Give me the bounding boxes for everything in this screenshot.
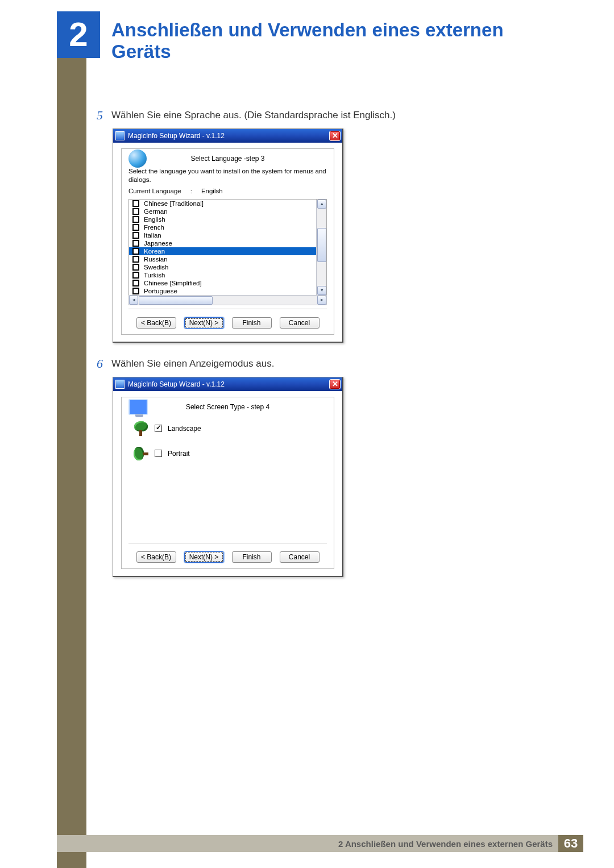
page-number: 63 [558,835,583,852]
vertical-scrollbar[interactable]: ▴ ▾ [316,200,326,295]
step-description: Select the language you want to install … [128,167,327,184]
step-5: 5 Wählen Sie eine Sprache aus. (Die Stan… [97,108,506,123]
screen-type-options: Landscape Portrait [128,421,327,539]
language-checkbox[interactable] [132,288,139,294]
landscape-checkbox[interactable] [155,425,162,432]
tree-landscape-icon [133,421,149,436]
scroll-thumb-h[interactable] [139,296,213,305]
language-checkbox[interactable] [132,272,139,279]
scroll-up-button[interactable]: ▴ [317,200,326,209]
close-button[interactable]: ✕ [329,131,341,141]
wizard-dialog-step3: MagicInfo Setup Wizard - v.1.12 ✕ Select… [113,128,343,343]
language-checkbox[interactable] [132,256,139,263]
language-checkbox[interactable] [132,224,139,231]
button-row: < Back(B) Next(N) > Finish Cancel [128,317,327,329]
app-icon [115,131,125,140]
wizard-title: MagicInfo Setup Wizard - v.1.12 [128,132,225,140]
language-label: Korean [144,248,165,255]
chapter-title: Anschließen und Verwenden eines externen… [111,19,544,63]
language-label: English [144,216,165,223]
language-label: German [144,208,168,215]
chapter-number-badge: 2 [57,11,100,58]
language-checkbox[interactable] [132,280,139,286]
horizontal-scrollbar[interactable]: ◂ ▸ [128,295,327,305]
wizard-title: MagicInfo Setup Wizard - v.1.12 [128,380,225,388]
language-checkbox[interactable] [132,240,139,247]
scroll-down-button[interactable]: ▾ [317,286,326,295]
language-checkbox[interactable] [132,200,139,207]
step-text: Wählen Sie eine Sprache aus. (Die Standa… [111,108,396,123]
step-header: Select Screen Type - step 4 [128,403,327,411]
back-button[interactable]: < Back(B) [136,551,176,563]
scroll-left-button[interactable]: ◂ [129,296,138,305]
language-label: Swedish [144,264,168,271]
language-checkbox[interactable] [132,216,139,223]
current-language-line: Current Language : Engilsh [128,188,327,194]
wizard-dialog-step4: MagicInfo Setup Wizard - v.1.12 ✕ Select… [113,377,343,577]
language-item[interactable]: Russian [129,255,316,263]
globe-icon [128,149,147,168]
language-item[interactable]: English [129,215,316,223]
app-icon [115,380,125,389]
scroll-right-button[interactable]: ▸ [317,296,326,305]
step-6: 6 Wählen Sie einen Anzeigemodus aus. [97,356,506,371]
language-listbox[interactable]: Chinese [Traditional]GermanEnglishFrench… [128,199,327,296]
divider [128,543,327,543]
language-label: Turkish [144,272,165,279]
content-area: 5 Wählen Sie eine Sprache aus. (Die Stan… [97,108,506,591]
close-button[interactable]: ✕ [329,379,341,389]
option-portrait[interactable]: Portrait [133,446,327,461]
current-language-sep: : [190,188,192,194]
language-checkbox[interactable] [132,264,139,271]
wizard-titlebar[interactable]: MagicInfo Setup Wizard - v.1.12 ✕ [113,129,342,143]
back-button[interactable]: < Back(B) [136,317,176,329]
divider [128,309,327,309]
footer-text: 2 Anschließen und Verwenden eines extern… [338,839,558,849]
button-row: < Back(B) Next(N) > Finish Cancel [128,551,327,563]
language-item[interactable]: French [129,223,316,231]
portrait-checkbox[interactable] [155,450,162,457]
next-button[interactable]: Next(N) > [184,551,224,563]
language-item[interactable]: Korean [129,247,316,255]
language-checkbox[interactable] [132,232,139,239]
language-label: Russian [144,256,168,263]
footer-bar: 2 Anschließen und Verwenden eines extern… [57,835,583,852]
language-label: Portuguese [144,288,177,294]
language-label: French [144,224,164,231]
cancel-button[interactable]: Cancel [280,551,320,563]
language-label: Chinese [Traditional] [144,200,204,207]
tree-portrait-icon [134,446,148,462]
option-landscape[interactable]: Landscape [133,421,327,436]
language-label: Chinese [Simplified] [144,280,202,286]
language-item[interactable]: Chinese [Simplified] [129,279,316,287]
language-item[interactable]: Chinese [Traditional] [129,200,316,207]
step-text: Wählen Sie einen Anzeigemodus aus. [111,356,274,371]
language-item[interactable]: Italian [129,231,316,239]
current-language-label: Current Language [128,188,181,194]
step-header: Select Language -step 3 [128,155,327,163]
language-item[interactable]: Portuguese [129,287,316,295]
step-number: 5 [97,108,111,123]
landscape-label: Landscape [168,425,201,433]
finish-button[interactable]: Finish [232,551,272,563]
language-item[interactable]: German [129,207,316,215]
cancel-button[interactable]: Cancel [280,317,320,329]
language-label: Italian [144,232,161,239]
language-item[interactable]: Japanese [129,239,316,247]
wizard-titlebar[interactable]: MagicInfo Setup Wizard - v.1.12 ✕ [113,377,342,391]
next-button[interactable]: Next(N) > [184,317,224,329]
portrait-label: Portrait [168,450,190,458]
current-language-value: Engilsh [201,188,223,194]
step-header-text: Select Screen Type - step 4 [186,403,269,411]
language-label: Japanese [144,240,172,247]
language-checkbox[interactable] [132,208,139,215]
language-checkbox[interactable] [132,248,139,255]
finish-button[interactable]: Finish [232,317,272,329]
language-item[interactable]: Swedish [129,263,316,271]
language-item[interactable]: Turkish [129,271,316,279]
step-header-text: Select Language -step 3 [190,155,264,163]
sidebar-stripe [57,11,86,868]
step-number: 6 [97,356,111,371]
monitor-icon [128,399,148,415]
scroll-thumb[interactable] [317,228,326,262]
